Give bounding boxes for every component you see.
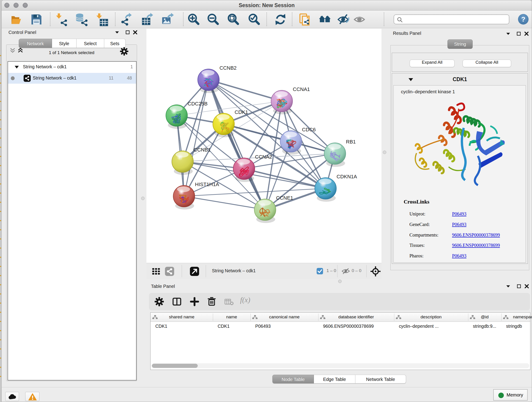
column-separator[interactable] bbox=[501, 313, 501, 321]
export-table-icon[interactable] bbox=[141, 13, 154, 26]
tab-node-table[interactable]: Node Table bbox=[272, 375, 314, 383]
zoom-in-icon[interactable] bbox=[187, 13, 200, 26]
selected-checkbox-icon[interactable] bbox=[317, 268, 323, 274]
memory-button[interactable]: Memory bbox=[493, 389, 528, 401]
column-separator[interactable] bbox=[468, 313, 468, 321]
column-header-namespace[interactable]: namespace bbox=[501, 313, 532, 322]
cell-databaseidentifier[interactable]: 9606.ENSP00000378699 bbox=[323, 324, 393, 329]
column-separator[interactable] bbox=[318, 313, 318, 321]
cell-canonicalname[interactable]: P06493 bbox=[255, 324, 317, 329]
crosslink-link-compartments[interactable]: 9606.ENSP00000378699 bbox=[452, 232, 500, 238]
expand-all-button[interactable]: Expand All bbox=[410, 60, 455, 67]
background-window-artifact bbox=[0, 202, 1, 203]
table-settings-gear-icon[interactable] bbox=[154, 297, 164, 306]
node-RB1[interactable]: RB1 bbox=[324, 139, 356, 167]
import-network-database-icon[interactable] bbox=[75, 13, 88, 26]
houses-icon[interactable] bbox=[318, 13, 332, 26]
collapse-all-button[interactable]: Collapse All bbox=[462, 60, 511, 67]
open-session-icon[interactable] bbox=[10, 13, 23, 26]
delete-column-trash-icon[interactable] bbox=[207, 297, 216, 306]
tab-edge-table[interactable]: Edge Table bbox=[314, 375, 355, 383]
node-CCNB1[interactable]: CCNB1 bbox=[172, 147, 211, 175]
zoom-out-icon[interactable] bbox=[206, 13, 220, 26]
export-network-icon[interactable] bbox=[120, 13, 133, 26]
node-CDKN1A[interactable]: CDKN1A bbox=[315, 174, 357, 202]
show-all-icon[interactable] bbox=[353, 13, 367, 26]
zoom-fit-icon[interactable] bbox=[227, 13, 240, 26]
search-field[interactable] bbox=[394, 14, 509, 24]
crosslink-link-pharos[interactable]: P06493 bbox=[452, 253, 467, 259]
node-label-CCNE1: CCNE1 bbox=[276, 195, 293, 201]
cloud-button[interactable] bbox=[5, 392, 19, 401]
divider-grip[interactable] bbox=[383, 151, 386, 154]
collection-expander-icon[interactable] bbox=[14, 65, 19, 69]
node-CDC6[interactable]: CDC6 bbox=[280, 127, 316, 155]
close-panel-icon[interactable] bbox=[524, 284, 529, 289]
birdseye-grid-icon[interactable] bbox=[152, 267, 161, 276]
network-options-gear-icon[interactable] bbox=[120, 47, 128, 56]
network-status-dot bbox=[11, 76, 15, 80]
network-selection-status: 1 of 1 Network selected bbox=[6, 50, 137, 55]
import-network-file-icon[interactable] bbox=[55, 13, 68, 26]
network-edge-count: 48 bbox=[127, 75, 132, 81]
column-separator[interactable] bbox=[213, 313, 213, 321]
search-input[interactable] bbox=[405, 15, 506, 23]
crosslink-link-tissues[interactable]: 9606.ENSP00000378699 bbox=[452, 243, 500, 248]
column-header-canonicalname[interactable]: canonical name bbox=[250, 313, 318, 322]
column-header-sharedname[interactable]: shared name bbox=[151, 313, 213, 322]
help-button[interactable]: ? bbox=[518, 14, 529, 25]
node-CDK1[interactable]: CDK1 bbox=[213, 109, 248, 137]
tab-network-table[interactable]: Network Table bbox=[355, 375, 406, 383]
crosslink-link-genecard[interactable]: P06493 bbox=[452, 222, 467, 227]
export-image-icon[interactable] bbox=[161, 13, 174, 26]
copy-style-icon[interactable] bbox=[298, 13, 312, 26]
cell-name[interactable]: CDK1 bbox=[218, 324, 250, 329]
cell-sharedname[interactable]: CDK1 bbox=[155, 324, 212, 329]
horizontal-scrollbar[interactable] bbox=[152, 363, 529, 368]
maximize-panel-icon[interactable] bbox=[125, 30, 130, 35]
add-column-icon[interactable] bbox=[190, 297, 199, 306]
warnings-button[interactable] bbox=[25, 392, 39, 401]
float-panel-icon[interactable] bbox=[114, 30, 120, 35]
birdseye-toggle-icon[interactable] bbox=[370, 266, 380, 276]
background-window-artifact bbox=[0, 220, 1, 221]
node-table: shared namenamecanonical namedatabase id… bbox=[150, 313, 530, 370]
maximize-panel-icon[interactable] bbox=[516, 284, 521, 289]
float-panel-icon[interactable] bbox=[506, 31, 511, 36]
cell-description[interactable]: cyclin–dependent ... bbox=[399, 324, 467, 329]
divider-grip[interactable] bbox=[141, 197, 145, 200]
crosslinks-title: CrossLinks bbox=[404, 199, 429, 205]
hide-selected-icon[interactable] bbox=[337, 13, 350, 26]
save-session-icon[interactable] bbox=[30, 13, 43, 26]
column-header-name[interactable]: name bbox=[213, 313, 250, 322]
network-collection-row[interactable]: String Network – cdk1 1 bbox=[8, 62, 136, 72]
close-panel-icon[interactable] bbox=[524, 31, 529, 36]
network-view-canvas[interactable]: CCNB2CCNA1CDC25BCDK1CDC6RB1CCNB1CCNA2CDK… bbox=[146, 29, 381, 263]
node-CCNA1[interactable]: CCNA1 bbox=[271, 86, 310, 114]
background-window-artifact bbox=[0, 147, 1, 148]
background-window-artifact bbox=[0, 128, 1, 129]
close-panel-icon[interactable] bbox=[133, 30, 138, 35]
table-tabs: Node TableEdge TableNetwork Table bbox=[272, 375, 406, 383]
maximize-panel-icon[interactable] bbox=[516, 31, 521, 36]
cell-id[interactable]: stringdb:9... bbox=[473, 324, 500, 329]
split-columns-icon[interactable] bbox=[172, 297, 182, 306]
scrollbar-thumb[interactable] bbox=[152, 364, 198, 368]
float-panel-icon[interactable] bbox=[506, 284, 511, 289]
refresh-icon[interactable] bbox=[274, 13, 287, 26]
zoom-selected-icon[interactable] bbox=[247, 13, 261, 26]
node-CCNB2[interactable]: CCNB2 bbox=[198, 65, 237, 93]
toolbar-separator bbox=[183, 12, 184, 26]
network-share-icon[interactable] bbox=[165, 267, 174, 276]
cell-namespace[interactable]: stringdb bbox=[506, 324, 532, 329]
column-header-databaseidentifier[interactable]: database identifier bbox=[318, 313, 394, 322]
column-header-description[interactable]: description bbox=[394, 313, 468, 322]
column-header-id[interactable]: @id bbox=[468, 313, 501, 322]
crosslink-link-uniprot[interactable]: P06493 bbox=[452, 211, 467, 217]
network-row[interactable]: String Network – cdk1 11 48 bbox=[8, 73, 136, 84]
column-separator[interactable] bbox=[250, 313, 251, 321]
background-window-artifact bbox=[0, 138, 1, 139]
open-in-new-window-icon[interactable] bbox=[190, 267, 199, 276]
import-table-file-icon[interactable] bbox=[95, 13, 109, 26]
tab-string[interactable]: String bbox=[447, 39, 473, 49]
